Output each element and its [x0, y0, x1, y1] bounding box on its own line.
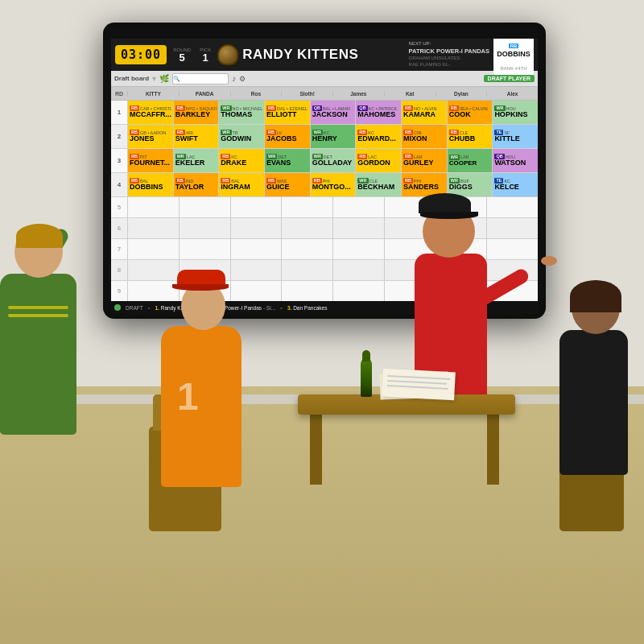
- player-cell[interactable]: RBPHI MONTGO...: [310, 173, 356, 196]
- rd-1: 1: [111, 101, 127, 124]
- table-row: 3 RBPIT FOURNET... WRLAC EKELER RBKC DRA…: [111, 149, 538, 173]
- player-cell[interactable]: WRBUF DIGGS: [447, 173, 493, 196]
- empty-cell: [127, 260, 179, 280]
- table-row: 2 RBGB • AARON JONES RBARI SWIFT WRTB GO…: [111, 125, 538, 149]
- player-cell[interactable]: RBNYG • SAQUON BARKLEY: [173, 101, 219, 124]
- player-cell[interactable]: RBNO • ALVIN KAMARA: [401, 101, 447, 124]
- team-helmet-icon: [217, 44, 238, 65]
- settings-icon: ⚙: [239, 75, 246, 83]
- player-cell[interactable]: RBKC DRAKE: [218, 149, 264, 172]
- cap-brim-3: [420, 212, 478, 219]
- player-cell[interactable]: RBLV JACOBS: [264, 125, 310, 148]
- player-cell[interactable]: WRLAC EKELER: [173, 149, 219, 172]
- player-cell[interactable]: WRLAR COOPER: [447, 149, 493, 172]
- player-cell[interactable]: RBIND TAYLOR: [173, 173, 219, 196]
- player-cell[interactable]: RBCAR • CHRISTIAN MCCAFFR...: [127, 101, 173, 124]
- person1-body: [0, 274, 76, 435]
- next-up-label: NEXT UP:: [409, 41, 489, 47]
- player-cell[interactable]: RBBAL DOBBINS: [127, 173, 173, 196]
- pick-section: PICK 1: [197, 47, 213, 63]
- empty-cell: [230, 239, 282, 259]
- player-cell[interactable]: RBCLE CHUBB: [447, 125, 493, 148]
- player-cell[interactable]: RBGB • AARON JONES: [127, 125, 173, 148]
- player-cell[interactable]: RBPIT FOURNET...: [127, 149, 173, 172]
- search-input[interactable]: [172, 73, 229, 85]
- scene: 03:00 ROUND 5 PICK 1 RANDY KITTENS NEXT …: [0, 0, 644, 644]
- toolbar-separator: ▾: [152, 74, 156, 83]
- current-team-name: RANDY KITTENS: [242, 47, 404, 63]
- player-cell[interactable]: WRCLE BECKHAM: [355, 173, 401, 196]
- player-cell[interactable]: WRTB GODWIN: [218, 125, 264, 148]
- player-cell[interactable]: QBHOU WATSON: [492, 149, 538, 172]
- col-panda: PANDA: [179, 91, 230, 97]
- table-row: 1 RBCAR • CHRISTIAN MCCAFFR... RBNYG • S…: [111, 101, 538, 125]
- player-cell[interactable]: RBKC EDWARD...: [355, 125, 401, 148]
- player-cell[interactable]: RBSEA • CALVIN COOK: [447, 101, 493, 124]
- player-cell[interactable]: RBDAL • EZEKIEL ELLIOTT: [264, 101, 310, 124]
- col-james: James: [332, 91, 384, 97]
- grid-header: RD KITTY PANDA Ros Sloth! James Kat Dyla…: [111, 87, 538, 101]
- col-kat: Kat: [384, 91, 436, 97]
- paper-line-2: [387, 380, 447, 385]
- empty-cell: [332, 281, 384, 301]
- player-cell[interactable]: QBKC • PATRICK MAHOMES: [355, 101, 401, 124]
- ticker-item-3: 3. Dan Pancakes: [287, 305, 328, 311]
- col-sloth: Sloth!: [281, 91, 332, 97]
- paper-stack-front: [382, 369, 456, 401]
- empty-cell: [332, 218, 384, 238]
- round-section: ROUND 5: [171, 47, 193, 63]
- round-value: 5: [180, 52, 185, 63]
- draft-player-button[interactable]: DRAFT PLAYER: [484, 75, 535, 82]
- rd-4: 4: [111, 173, 127, 196]
- empty-cell: [230, 260, 282, 280]
- live-dot: [114, 304, 121, 311]
- empty-cell: [230, 197, 282, 217]
- beer-bottle: [361, 358, 372, 397]
- player-cell[interactable]: RBLAC GORDON: [355, 149, 401, 172]
- cannabis-icon: 🌿: [159, 74, 169, 83]
- player-cell[interactable]: RBWAS GUICE: [264, 173, 310, 196]
- ticker-sep-3: •: [280, 304, 283, 312]
- player-cell[interactable]: TESF KITTLE: [492, 125, 538, 148]
- empty-cell: [281, 218, 332, 238]
- empty-cell: [230, 218, 282, 238]
- board-label[interactable]: Draft board: [114, 75, 149, 82]
- col-rd: RD: [111, 91, 127, 97]
- player-cell[interactable]: RBLAR GURLEY: [401, 149, 447, 172]
- ticker-label: DRAFT: [126, 305, 143, 311]
- empty-cell: [179, 197, 230, 217]
- empty-cell: [230, 281, 282, 301]
- empty-cell: [127, 197, 179, 217]
- empty-cell: [179, 239, 230, 259]
- person2-cap: [177, 270, 225, 286]
- draft-header: 03:00 ROUND 5 PICK 1 RANDY KITTENS NEXT …: [111, 39, 538, 71]
- table-leg-right: [487, 412, 499, 485]
- rd-3: 3: [111, 149, 127, 172]
- person3-cap: [419, 193, 471, 213]
- player-cell[interactable]: RBCIN MIXON: [401, 125, 447, 148]
- player-cell[interactable]: TEKC KELCE: [492, 173, 538, 196]
- rae-label: RAE FLAMING EL-: [409, 62, 489, 68]
- timer-display: 03:00: [115, 45, 167, 64]
- rd-5: 5: [111, 197, 127, 217]
- toolbar: Draft board ▾ 🌿 ♪ ⚙ DRAFT PLAYER: [111, 71, 538, 87]
- bottle-neck: [362, 350, 370, 361]
- table-row: 4 RBBAL DOBBINS RBIND TAYLOR RBBAL INGRA…: [111, 173, 538, 197]
- player-cell[interactable]: QBBAL • LAMAR JACKSON: [310, 101, 356, 124]
- empty-cell: [486, 218, 538, 238]
- next-team-name: PATRICK POWER-I PANDAS: [409, 47, 489, 56]
- pick-value: 1: [203, 52, 208, 63]
- music-icon: ♪: [232, 74, 236, 83]
- person4-body: [559, 330, 628, 475]
- player-cell[interactable]: RBARI SWIFT: [173, 125, 219, 148]
- col-ros: Ros: [230, 91, 282, 97]
- player-cell[interactable]: RBBAL INGRAM: [218, 173, 264, 196]
- player-cell[interactable]: WRNO • MICHAEL THOMAS: [218, 101, 264, 124]
- player-cell[interactable]: WRKC HENRY: [310, 125, 356, 148]
- empty-cell: [127, 239, 179, 259]
- player-cell[interactable]: WRHOU HOPKINS: [492, 101, 538, 124]
- prospect-name: DOBBINS: [497, 51, 530, 59]
- player-cell[interactable]: WRDET GOLLADAY: [310, 149, 356, 172]
- floor: [0, 386, 644, 644]
- player-cell[interactable]: WRDET EVANS: [264, 149, 310, 172]
